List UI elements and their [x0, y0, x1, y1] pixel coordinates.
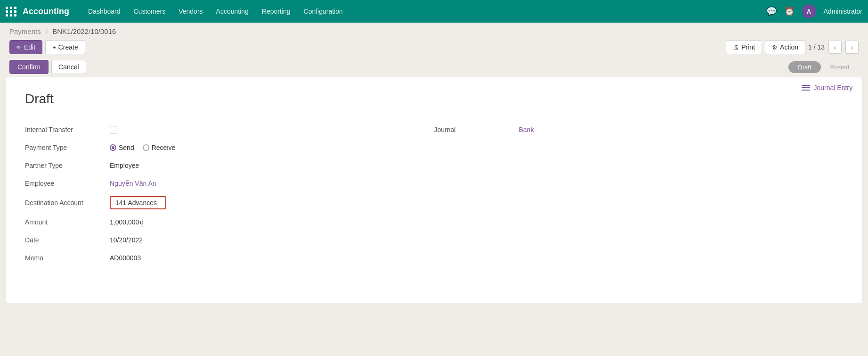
- form-grid: Internal Transfer Payment Type Send Rece…: [25, 121, 843, 267]
- amount-number: 1,000,000: [110, 218, 139, 226]
- memo-value: AD000003: [110, 254, 141, 262]
- employee-row: Employee Nguyễn Văn An: [25, 174, 434, 192]
- form-title: Draft: [25, 91, 843, 107]
- payment-type-label: Payment Type: [25, 144, 110, 151]
- memo-row: Memo AD000003: [25, 249, 434, 267]
- apps-menu-button[interactable]: [6, 7, 17, 17]
- journal-value[interactable]: Bank: [519, 126, 534, 133]
- payment-type-row: Payment Type Send Receive: [25, 139, 434, 157]
- date-value: 10/20/2022: [110, 236, 143, 244]
- form-body: Draft Internal Transfer Payment Type Sen…: [6, 77, 862, 281]
- menu-item-configuration[interactable]: Configuration: [298, 5, 349, 18]
- radio-send-indicator: [110, 144, 116, 151]
- topnav-right-section: 💬 ⏰ A Administrator: [766, 4, 862, 18]
- destination-account-label: Destination Account: [25, 199, 110, 207]
- payment-type-receive[interactable]: Receive: [143, 144, 176, 151]
- radio-receive-label: Receive: [152, 144, 176, 151]
- form-right: Journal Bank: [434, 121, 844, 267]
- edit-label: Edit: [24, 43, 35, 51]
- toolbar: ✏ Edit + Create 🖨 Print ⚙ Action 1 / 13 …: [0, 37, 868, 58]
- radio-send-label: Send: [119, 144, 134, 151]
- journal-entry-button[interactable]: Journal Entry: [792, 77, 862, 98]
- destination-account-row: Destination Account 141 Advances: [25, 192, 434, 213]
- action-bar: Confirm Cancel Draft Posted: [0, 58, 868, 77]
- menu-item-dashboard[interactable]: Dashboard: [82, 5, 126, 18]
- cancel-button[interactable]: Cancel: [51, 60, 86, 74]
- destination-account-field: 141 Advances: [110, 196, 166, 209]
- pagination: 1 / 13 ‹ ›: [808, 41, 859, 54]
- payment-type-send[interactable]: Send: [110, 144, 134, 151]
- gear-icon: ⚙: [772, 44, 778, 51]
- chat-icon[interactable]: 💬: [766, 6, 777, 17]
- action-label: Action: [780, 43, 798, 51]
- pencil-icon: ✏: [16, 44, 22, 51]
- status-bar: Draft Posted: [788, 61, 859, 73]
- partner-type-label: Partner Type: [25, 162, 110, 169]
- top-navigation: Accounting Dashboard Customers Vendors A…: [0, 0, 868, 23]
- form-left: Internal Transfer Payment Type Send Rece…: [25, 121, 434, 267]
- employee-label: Employee: [25, 180, 110, 187]
- prev-button[interactable]: ‹: [828, 41, 842, 54]
- breadcrumb: Payments / BNK1/2022/10/0016: [0, 23, 868, 37]
- amount-value-container: 1,000,000 đ: [110, 218, 144, 226]
- plus-icon: +: [52, 44, 56, 51]
- menu-item-vendors[interactable]: Vendors: [173, 5, 208, 18]
- print-label: Print: [741, 43, 755, 51]
- menu-item-customers[interactable]: Customers: [128, 5, 171, 18]
- pagination-text: 1 / 13: [808, 43, 825, 51]
- create-button[interactable]: + Create: [45, 40, 85, 54]
- print-icon: 🖨: [733, 44, 739, 51]
- date-label: Date: [25, 236, 110, 244]
- app-brand: Accounting: [23, 7, 69, 17]
- payment-type-options: Send Receive: [110, 144, 175, 151]
- main-menu: Dashboard Customers Vendors Accounting R…: [82, 5, 766, 18]
- admin-name[interactable]: Administrator: [824, 8, 862, 15]
- confirm-button[interactable]: Confirm: [9, 60, 49, 74]
- internal-transfer-label: Internal Transfer: [25, 126, 110, 133]
- internal-transfer-checkbox[interactable]: [110, 126, 117, 133]
- journal-row: Journal Bank: [434, 121, 844, 139]
- breadcrumb-current: BNK1/2022/10/0016: [52, 27, 116, 35]
- menu-item-reporting[interactable]: Reporting: [256, 5, 296, 18]
- partner-type-value: Employee: [110, 162, 139, 169]
- print-button[interactable]: 🖨 Print: [726, 40, 762, 54]
- destination-account-value[interactable]: 141 Advances: [110, 196, 166, 209]
- employee-value[interactable]: Nguyễn Văn An: [110, 180, 156, 187]
- menu-item-accounting[interactable]: Accounting: [211, 5, 254, 18]
- list-icon: [802, 85, 810, 91]
- create-label: Create: [58, 43, 78, 51]
- main-content: Journal Entry Draft Internal Transfer Pa…: [6, 77, 862, 303]
- status-posted: Posted: [821, 61, 859, 73]
- memo-label: Memo: [25, 254, 110, 262]
- journal-label: Journal: [434, 126, 519, 133]
- action-button[interactable]: ⚙ Action: [765, 40, 805, 54]
- partner-type-row: Partner Type Employee: [25, 157, 434, 174]
- internal-transfer-row: Internal Transfer: [25, 121, 434, 139]
- breadcrumb-parent[interactable]: Payments: [9, 27, 41, 35]
- date-row: Date 10/20/2022: [25, 231, 434, 249]
- breadcrumb-separator: /: [46, 27, 48, 35]
- avatar[interactable]: A: [802, 4, 816, 18]
- edit-button[interactable]: ✏ Edit: [9, 40, 42, 54]
- journal-entry-label: Journal Entry: [814, 84, 852, 91]
- next-button[interactable]: ›: [845, 41, 859, 54]
- status-draft: Draft: [788, 61, 820, 73]
- amount-row: Amount 1,000,000 đ: [25, 213, 434, 231]
- radio-receive-indicator: [143, 144, 149, 151]
- amount-label: Amount: [25, 218, 110, 226]
- clock-icon[interactable]: ⏰: [784, 6, 795, 17]
- amount-currency: đ: [140, 218, 144, 226]
